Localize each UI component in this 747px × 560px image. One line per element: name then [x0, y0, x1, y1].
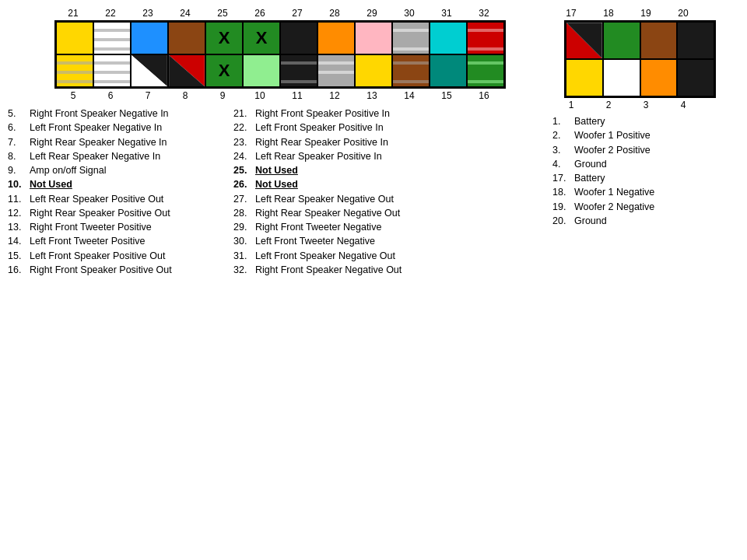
pin-9: X — [205, 54, 243, 87]
right-list-item-30: 30. Left Front Tweeter Negative — [233, 235, 459, 247]
small-pin-label-1: 1 — [552, 100, 590, 110]
pin-label-11: 11 — [279, 90, 316, 101]
right-list: 21. Right Front Speaker Positive In 22. … — [233, 107, 459, 278]
small-pin-label-4: 4 — [665, 100, 702, 110]
left-list-text-11: Left Rear Speaker Positive Out — [30, 193, 163, 205]
left-list-item-7: 7. Right Rear Speaker Negative In — [8, 136, 233, 149]
pin-label-24: 24 — [167, 8, 204, 19]
right-list-num-30: 30. — [233, 235, 255, 247]
connector-bottom-row: X — [56, 54, 504, 87]
pin-label-7: 7 — [129, 90, 167, 101]
small-list-num-17: 17. — [552, 172, 574, 184]
left-list-item-8: 8. Left Rear Speaker Negative In — [8, 150, 233, 163]
small-bottom-row — [566, 59, 714, 96]
right-list-num-25: 25. — [233, 164, 255, 177]
small-list-num-2: 2. — [552, 129, 574, 142]
left-list-num-12: 12. — [8, 207, 30, 219]
main-connector: X X — [54, 20, 506, 89]
small-list-item-20: 20. Ground — [552, 215, 731, 227]
right-list-text-23: Right Rear Speaker Positive In — [255, 136, 388, 149]
right-list-num-27: 27. — [233, 193, 255, 205]
right-list-num-21: 21. — [233, 107, 255, 120]
small-list-text-17: Battery — [574, 172, 605, 184]
right-list-item-25: 25. Not Used — [233, 164, 459, 177]
pin-23 — [131, 22, 168, 54]
small-pin-2 — [603, 59, 640, 96]
small-list-text-18: Woofer 1 Negative — [574, 186, 654, 198]
small-list-item-18: 18. Woofer 1 Negative — [552, 186, 731, 198]
right-list-num-32: 32. — [233, 264, 255, 276]
left-list: 5. Right Front Speaker Negative In 6. Le… — [8, 107, 233, 278]
small-list-num-4: 4. — [552, 158, 574, 170]
small-pin-18 — [603, 22, 640, 59]
small-list-num-1: 1. — [552, 115, 574, 128]
small-list-num-18: 18. — [552, 186, 574, 198]
pin-label-21: 21 — [54, 8, 92, 19]
right-list-num-29: 29. — [233, 221, 255, 233]
small-pin-label-2: 2 — [590, 100, 627, 110]
right-list-text-31: Left Front Speaker Negative Out — [255, 250, 395, 262]
left-list-num-15: 15. — [8, 250, 30, 262]
top-pin-numbers-row1: 21 22 23 24 25 26 27 28 29 30 31 32 — [54, 8, 503, 19]
left-list-item-6: 6. Left Front Speaker Negative In — [8, 121, 233, 134]
right-list-item-22: 22. Left Front Speaker Positive In — [233, 121, 459, 134]
small-list-text-2: Woofer 1 Positive — [574, 129, 651, 142]
pin-label-6: 6 — [92, 90, 129, 101]
small-pin-19 — [640, 22, 678, 59]
pin-22 — [93, 22, 131, 54]
right-list-text-29: Right Front Tweeter Negative — [255, 221, 381, 233]
small-list-item-3: 3. Woofer 2 Positive — [552, 144, 731, 156]
left-list-num-9: 9. — [8, 164, 30, 177]
connector-top-row: X X — [56, 22, 504, 54]
pin-30 — [392, 22, 430, 54]
right-list-text-27: Left Rear Speaker Negative Out — [255, 193, 394, 205]
small-list-num-20: 20. — [552, 215, 574, 227]
pin-32 — [467, 22, 504, 54]
small-list-text-4: Ground — [574, 158, 607, 170]
pin-5 — [56, 54, 93, 87]
small-list-item-1: 1. Battery — [552, 115, 731, 128]
pin-label-32: 32 — [465, 8, 503, 19]
left-list-item-13: 13. Right Front Tweeter Positive — [8, 221, 233, 233]
left-list-num-5: 5. — [8, 107, 30, 120]
right-list-num-26: 26. — [233, 178, 255, 191]
pin-label-31: 31 — [428, 8, 465, 19]
pin-8 — [168, 54, 205, 87]
right-list-item-23: 23. Right Rear Speaker Positive In — [233, 136, 459, 149]
left-list-num-16: 16. — [8, 264, 30, 276]
pin-7 — [131, 54, 168, 87]
pin-label-29: 29 — [353, 8, 391, 19]
left-list-item-11: 11. Left Rear Speaker Positive Out — [8, 193, 233, 205]
pin-label-16: 16 — [465, 90, 503, 101]
left-list-text-14: Left Front Tweeter Positive — [30, 235, 145, 247]
left-list-num-10: 10. — [8, 178, 30, 191]
right-list-item-26: 26. Not Used — [233, 178, 459, 191]
pin-14 — [392, 54, 430, 87]
left-list-num-7: 7. — [8, 136, 30, 149]
left-list-item-16: 16. Right Front Speaker Positive Out — [8, 264, 233, 276]
right-list-num-23: 23. — [233, 136, 255, 149]
pin-15 — [430, 54, 467, 87]
pin-label-13: 13 — [353, 90, 391, 101]
small-pin-1 — [566, 59, 603, 96]
pin-label-15: 15 — [428, 90, 465, 101]
pin-label-10: 10 — [241, 90, 279, 101]
left-list-item-9: 9. Amp on/off Signal — [8, 164, 233, 177]
pin-label-30: 30 — [391, 8, 428, 19]
main-container: 21 22 23 24 25 26 27 28 29 30 31 32 — [0, 0, 747, 285]
small-pin-20 — [677, 22, 714, 59]
left-list-num-6: 6. — [8, 121, 30, 134]
cross-mark-26: X — [256, 28, 268, 48]
right-list-item-24: 24. Left Rear Speaker Positive In — [233, 150, 459, 163]
small-pin-label-17: 17 — [552, 8, 590, 19]
left-list-item-10: 10. Not Used — [8, 178, 233, 191]
left-list-text-8: Left Rear Speaker Negative In — [30, 150, 160, 163]
pin-label-9: 9 — [204, 90, 241, 101]
left-list-text-5: Right Front Speaker Negative In — [30, 107, 169, 120]
right-list-item-29: 29. Right Front Tweeter Negative — [233, 221, 459, 233]
small-list-text-1: Battery — [574, 115, 605, 128]
small-pin-4 — [677, 59, 714, 96]
right-list-text-32: Right Front Speaker Negative Out — [255, 264, 402, 276]
pin-label-22: 22 — [92, 8, 129, 19]
left-list-text-16: Right Front Speaker Positive Out — [30, 264, 172, 276]
